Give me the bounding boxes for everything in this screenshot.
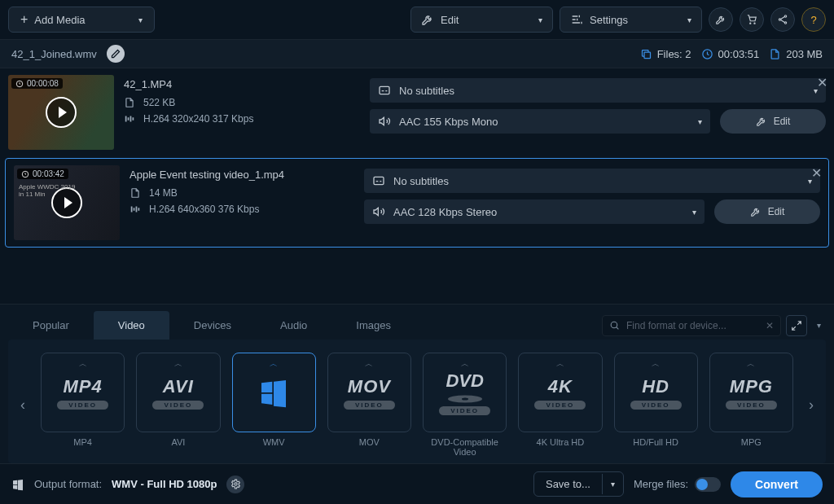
- file-size: 14 MB: [129, 187, 354, 199]
- remove-file-button[interactable]: ✕: [817, 75, 827, 90]
- share-button[interactable]: [770, 7, 795, 32]
- tab-devices[interactable]: Devices: [169, 311, 256, 340]
- tools-icon: [756, 116, 767, 127]
- settings-label: Settings: [590, 14, 628, 26]
- output-settings-button[interactable]: [226, 476, 244, 493]
- codec-icon: [124, 113, 135, 125]
- audio-icon: [372, 205, 385, 218]
- svg-point-22: [235, 483, 237, 485]
- convert-button[interactable]: Convert: [731, 471, 823, 497]
- tab-video[interactable]: Video: [94, 311, 169, 340]
- format-label: AVI: [171, 437, 185, 447]
- svg-point-19: [611, 322, 617, 328]
- tools-icon: [750, 206, 762, 217]
- format-label: MOV: [359, 437, 380, 447]
- scroll-right-button[interactable]: ›: [801, 353, 821, 457]
- summary-bar: 42_1_Joined.wmv Files: 2 00:03:51 203 MB: [0, 39, 834, 68]
- edit-label: Edit: [441, 14, 459, 26]
- file-codec: H.264 320x240 317 Kbps: [124, 113, 360, 125]
- format-card-dvd-compatible-video[interactable]: ︿DVDVIDEODVD-Compatible Video: [423, 353, 507, 457]
- file-icon: [129, 187, 141, 199]
- cart-icon: [746, 14, 757, 25]
- format-card-mp4[interactable]: ︿MP4VIDEOMP4: [41, 353, 125, 457]
- svg-rect-14: [131, 207, 133, 213]
- format-card-mov[interactable]: ︿MOVVIDEOMOV: [327, 353, 411, 457]
- chevron-down-icon: ▾: [538, 15, 542, 24]
- edit-filename-button[interactable]: [107, 45, 125, 63]
- format-label: HD/Full HD: [633, 437, 678, 447]
- file-icon: [124, 97, 135, 108]
- search-placeholder: Find format or device...: [626, 320, 726, 331]
- svg-point-4: [784, 22, 786, 24]
- clock-icon: [15, 80, 24, 88]
- file-icon: [769, 48, 781, 60]
- chevron-up-icon: ︿: [365, 358, 373, 370]
- scroll-left-button[interactable]: ‹: [13, 353, 33, 457]
- collapse-panel-button[interactable]: ▾: [812, 318, 826, 333]
- format-scroller: ‹ ︿MP4VIDEOMP4︿AVIVIDEOAVI︿WMV︿MOVVIDEOM…: [8, 340, 826, 463]
- subtitles-icon: [378, 84, 391, 97]
- clear-search-button[interactable]: ✕: [766, 320, 774, 331]
- svg-point-2: [784, 15, 786, 17]
- duration-badge: 00:00:08: [11, 78, 63, 89]
- file-title: 42_1.MP4: [124, 78, 360, 90]
- chevron-down-icon: ▾: [602, 474, 623, 494]
- tab-audio[interactable]: Audio: [256, 311, 331, 340]
- wrench-button[interactable]: [709, 7, 733, 32]
- file-details: 42_1.MP4 522 KB H.264 320x240 317 Kbps: [124, 75, 360, 150]
- duration-badge: 00:03:42: [17, 169, 68, 179]
- windows-icon: [11, 478, 24, 491]
- file-row[interactable]: 00:03:42 Apple WWDC 2019in 11 Min Apple …: [5, 158, 829, 248]
- settings-dropdown[interactable]: Settings ▾: [560, 7, 702, 33]
- format-card-mpg[interactable]: ︿MPGVIDEOMPG: [709, 353, 793, 457]
- copy-icon: [640, 48, 652, 60]
- merge-toggle[interactable]: [695, 477, 721, 492]
- thumb-caption: Apple WWDC 2019in 11 Min: [19, 183, 75, 198]
- format-label: 4K Ultra HD: [537, 437, 585, 447]
- wrench-icon: [715, 14, 726, 25]
- edit-dropdown[interactable]: Edit ▾: [410, 7, 553, 33]
- edit-file-button[interactable]: Edit: [714, 199, 820, 224]
- question-icon: ?: [810, 14, 816, 26]
- svg-rect-9: [128, 117, 129, 121]
- thumbnail[interactable]: 00:03:42 Apple WWDC 2019in 11 Min: [14, 165, 120, 240]
- subtitles-dropdown[interactable]: No subtitles▾: [364, 169, 820, 193]
- format-card-wmv[interactable]: ︿WMV: [232, 353, 316, 457]
- svg-rect-11: [133, 117, 134, 121]
- expand-formats-button[interactable]: [786, 315, 807, 336]
- audio-dropdown[interactable]: AAC 128 Kbps Stereo▾: [364, 199, 705, 224]
- file-options: No subtitles▾ AAC 155 Kbps Mono▾ Edit: [370, 75, 826, 150]
- file-codec: H.264 640x360 376 Kbps: [129, 204, 354, 215]
- output-format-value: WMV - Full HD 1080p: [112, 478, 217, 490]
- file-row[interactable]: 00:00:08 42_1.MP4 522 KB H.264 320x240 3…: [0, 68, 834, 156]
- edit-file-button[interactable]: Edit: [720, 109, 826, 134]
- chevron-down-icon: ▾: [698, 117, 702, 126]
- windows-logo-icon: [257, 376, 290, 409]
- format-card-avi[interactable]: ︿AVIVIDEOAVI: [136, 353, 220, 457]
- format-search-input[interactable]: Find format or device... ✕: [602, 315, 781, 336]
- format-label: MP4: [73, 437, 92, 447]
- dvd-disc-icon: [447, 395, 483, 403]
- tab-images[interactable]: Images: [331, 311, 415, 340]
- format-card-4k-ultra-hd[interactable]: ︿4KVIDEO4K Ultra HD: [518, 353, 602, 457]
- tab-popular[interactable]: Popular: [8, 311, 94, 340]
- help-button[interactable]: ?: [801, 7, 826, 32]
- add-media-button[interactable]: + Add Media ▾: [8, 7, 155, 33]
- codec-icon: [129, 204, 141, 215]
- remove-file-button[interactable]: ✕: [811, 165, 822, 181]
- duration-stat: 00:03:51: [701, 48, 760, 60]
- svg-rect-12: [380, 86, 389, 94]
- save-to-button[interactable]: Save to... ▾: [533, 471, 624, 497]
- file-title: Apple Event testing video_1.mp4: [129, 169, 354, 181]
- pencil-icon: [111, 49, 121, 59]
- svg-rect-5: [644, 52, 651, 59]
- cart-button[interactable]: [740, 7, 764, 32]
- subtitles-icon: [372, 174, 385, 187]
- audio-icon: [378, 115, 391, 128]
- file-count-stat: Files: 2: [640, 48, 691, 60]
- format-label: MPG: [741, 437, 762, 447]
- audio-dropdown[interactable]: AAC 155 Kbps Mono▾: [370, 109, 710, 134]
- format-card-hd-full-hd[interactable]: ︿HDVIDEOHD/Full HD: [614, 353, 698, 457]
- thumbnail[interactable]: 00:00:08: [8, 75, 114, 150]
- subtitles-dropdown[interactable]: No subtitles▾: [370, 78, 826, 103]
